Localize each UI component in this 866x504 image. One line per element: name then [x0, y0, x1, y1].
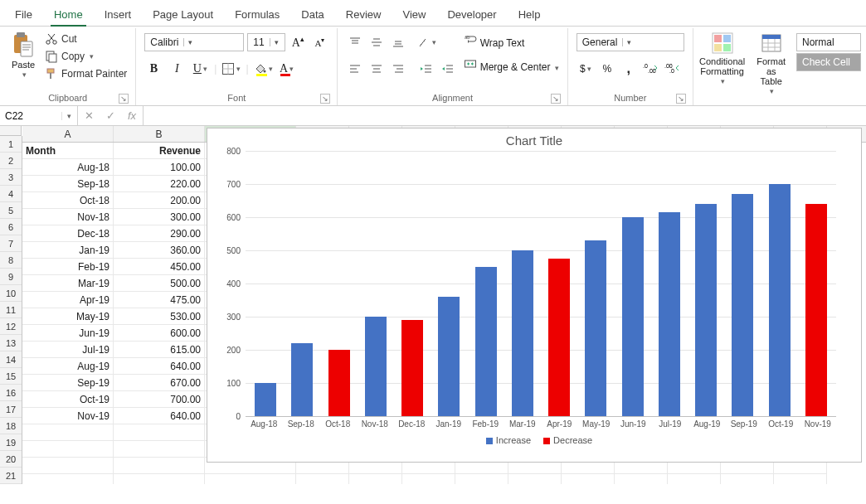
percent-format-button[interactable]: %	[598, 60, 616, 78]
increase-decimal-button[interactable]: .0.00	[641, 60, 659, 78]
number-format-combo[interactable]: General ▾	[577, 33, 684, 51]
dialog-launcher-icon[interactable]: ↘	[119, 94, 129, 104]
cell[interactable]: Aug-19	[22, 358, 114, 375]
cell[interactable]	[114, 441, 205, 458]
chart-bar[interactable]	[732, 194, 753, 416]
cut-button[interactable]: Cut	[43, 32, 129, 46]
decrease-font-size-button[interactable]: A▾	[310, 33, 328, 51]
row-header[interactable]: 8	[0, 252, 22, 269]
font-color-button[interactable]: A ▾	[278, 60, 296, 78]
cell[interactable]: 100.00	[114, 159, 205, 176]
chart-bar[interactable]	[328, 350, 350, 416]
row-header[interactable]: 12	[0, 318, 22, 335]
cell[interactable]	[114, 474, 205, 484]
merge-center-button[interactable]: Merge & Center ▾	[464, 57, 558, 73]
cell[interactable]	[774, 474, 827, 484]
cell[interactable]: 500.00	[114, 275, 205, 292]
decrease-indent-button[interactable]	[417, 60, 435, 78]
row-header[interactable]: 3	[0, 169, 22, 186]
column-header[interactable]: A	[22, 126, 114, 142]
worksheet-grid[interactable]: 123456789101112131415161718192021 ABCDEF…	[0, 126, 866, 484]
chart-bar[interactable]	[769, 184, 791, 416]
cell[interactable]	[668, 474, 721, 484]
cell[interactable]	[508, 474, 562, 484]
font-family-combo[interactable]: Calibri ▾	[144, 33, 244, 51]
cell[interactable]: 290.00	[114, 225, 205, 242]
wrap-text-button[interactable]: ab Wrap Text	[464, 33, 558, 49]
copy-button[interactable]: Copy ▾	[43, 49, 129, 64]
column-header[interactable]: B	[114, 126, 205, 142]
underline-button[interactable]: U▾	[191, 60, 209, 78]
cell[interactable]	[205, 474, 296, 484]
cell[interactable]: Feb-19	[22, 259, 114, 275]
cell[interactable]	[402, 474, 455, 484]
row-header[interactable]: 7	[0, 235, 22, 252]
chart-bar[interactable]	[365, 317, 387, 416]
chart-bar[interactable]	[438, 297, 460, 416]
conditional-formatting-button[interactable]: Conditional Formatting ▾	[698, 30, 747, 88]
cell[interactable]: Dec-18	[22, 225, 114, 242]
italic-button[interactable]: I	[168, 60, 186, 78]
row-header[interactable]: 11	[0, 302, 22, 318]
row-header[interactable]: 18	[0, 418, 22, 434]
name-box-input[interactable]	[0, 110, 61, 122]
cell[interactable]: Aug-18	[22, 159, 114, 176]
row-header[interactable]: 19	[0, 434, 22, 451]
fill-color-button[interactable]: ▾	[254, 60, 273, 78]
cell[interactable]: 220.00	[114, 176, 205, 192]
row-header[interactable]: 13	[0, 335, 22, 351]
align-left-button[interactable]	[346, 60, 364, 78]
cell[interactable]: 450.00	[114, 259, 205, 275]
cell[interactable]	[562, 474, 615, 484]
cell[interactable]	[296, 474, 349, 484]
orientation-button[interactable]: ▾	[417, 33, 436, 51]
row-header[interactable]: 4	[0, 186, 22, 202]
chart-bar[interactable]	[255, 383, 276, 416]
chart-bar[interactable]	[548, 259, 570, 416]
format-as-table-button[interactable]: Format as Table ▾	[749, 30, 793, 98]
decrease-decimal-button[interactable]: .00.0	[663, 60, 681, 78]
chart-bar[interactable]	[401, 320, 423, 416]
cell[interactable]: Revenue	[114, 143, 205, 159]
insert-function-button[interactable]: fx	[121, 109, 143, 122]
comma-format-button[interactable]: ,	[620, 60, 638, 78]
name-box[interactable]: ▾	[0, 106, 78, 125]
tab-page-layout[interactable]: Page Layout	[143, 3, 223, 26]
cell[interactable]	[114, 458, 205, 474]
cell[interactable]: 640.00	[114, 408, 205, 424]
cell[interactable]: Apr-19	[22, 292, 114, 308]
enter-formula-button[interactable]: ✓	[100, 109, 121, 122]
chart-bar[interactable]	[805, 204, 827, 416]
borders-button[interactable]: ▾	[221, 60, 241, 78]
row-header[interactable]: 1	[0, 136, 22, 153]
cell[interactable]	[615, 474, 668, 484]
row-header[interactable]: 9	[0, 269, 22, 285]
cancel-formula-button[interactable]: ✕	[78, 109, 100, 122]
cell[interactable]	[22, 441, 114, 458]
formula-input[interactable]	[144, 106, 866, 125]
dialog-launcher-icon[interactable]: ↘	[676, 94, 686, 104]
dialog-launcher-icon[interactable]: ↘	[320, 94, 330, 104]
bold-button[interactable]: B	[144, 60, 163, 78]
format-painter-button[interactable]: Format Painter	[43, 66, 129, 81]
chart-bar[interactable]	[622, 217, 644, 416]
accounting-format-button[interactable]: $▾	[577, 60, 595, 78]
row-header[interactable]: 15	[0, 368, 22, 385]
tab-home[interactable]: Home	[44, 3, 93, 26]
align-top-button[interactable]	[346, 33, 364, 51]
cell[interactable]: 530.00	[114, 308, 205, 325]
cell[interactable]: Month	[22, 143, 114, 159]
align-middle-button[interactable]	[367, 33, 386, 51]
cell[interactable]: Sep-18	[22, 176, 114, 192]
tab-insert[interactable]: Insert	[95, 3, 142, 26]
embedded-chart[interactable]: Chart Title 0100200300400500600700800 Au…	[207, 128, 862, 463]
cell[interactable]	[22, 424, 114, 441]
tab-developer[interactable]: Developer	[437, 3, 506, 26]
align-bottom-button[interactable]	[389, 33, 407, 51]
cell[interactable]	[22, 458, 114, 474]
cell[interactable]: 600.00	[114, 325, 205, 342]
row-header[interactable]: 6	[0, 219, 22, 235]
row-header[interactable]: 16	[0, 385, 22, 401]
cell[interactable]: Nov-18	[22, 209, 114, 225]
cell[interactable]: Jun-19	[22, 325, 114, 342]
